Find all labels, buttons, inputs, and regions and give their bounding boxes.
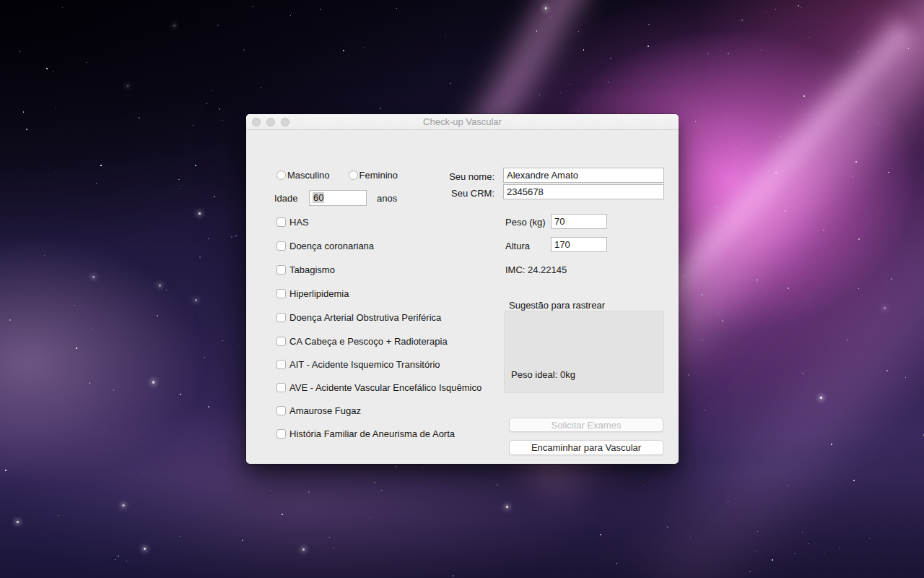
age-suffix-label: anos — [377, 191, 397, 205]
gender-radio-group: Masculino Feminino — [276, 168, 398, 182]
checkbox-doenca-coronariana[interactable] — [276, 241, 286, 251]
checkbox-label: Hiperlipidemia — [289, 288, 349, 299]
checkbox-row[interactable]: Doença coronariana — [276, 238, 374, 253]
checkbox-hiperlipidemia[interactable] — [276, 289, 286, 298]
checkbox-historia-familiar[interactable] — [276, 429, 286, 439]
checkbox-tabagismo[interactable] — [276, 265, 286, 275]
checkbox-ave[interactable] — [276, 383, 286, 392]
checkbox-row[interactable]: Tabagismo — [276, 262, 335, 277]
window-content: Masculino Feminino Idade 60 anos HAS Doe… — [246, 130, 679, 464]
bmi-value-text: IMC: 24.22145 — [505, 262, 567, 277]
checkbox-label: CA Cabeça e Pescoço + Radioterapia — [289, 336, 448, 347]
checkbox-has[interactable] — [276, 217, 286, 227]
age-value-selected-text: 60 — [313, 192, 324, 203]
checkbox-label: Amaurose Fugaz — [289, 405, 361, 416]
checkbox-label: Doença coronariana — [289, 241, 374, 251]
checkbox-row[interactable]: Amaurose Fugaz — [276, 403, 361, 418]
checkbox-row[interactable]: HAS — [276, 215, 309, 229]
height-input[interactable] — [551, 237, 607, 252]
checkbox-label: Doença Arterial Obstrutiva Periférica — [289, 312, 441, 323]
doctor-name-input[interactable] — [503, 168, 664, 183]
checkbox-row[interactable]: Doença Arterial Obstrutiva Periférica — [276, 310, 441, 324]
checkbox-label: HAS — [289, 217, 309, 228]
encaminhar-vascular-button[interactable]: Encaminhar para Vascular — [509, 440, 663, 455]
age-label: Idade — [274, 191, 298, 205]
doctor-crm-label: Seu CRM: — [412, 188, 494, 199]
radio-feminino[interactable] — [349, 171, 358, 180]
checkup-vascular-window: Check-up Vascular Masculino Feminino Ida… — [246, 114, 679, 464]
weight-label: Peso (kg) — [505, 215, 546, 229]
checkbox-row[interactable]: Hiperlipidemia — [276, 286, 349, 301]
checkbox-label: História Familiar de Aneurisma de Aorta — [289, 428, 455, 439]
window-title: Check-up Vascular — [246, 114, 679, 130]
radio-masculino-label: Masculino — [287, 170, 330, 181]
suggestion-panel: Peso ideal: 0kg — [504, 311, 664, 393]
checkbox-daop[interactable] — [276, 313, 286, 322]
checkbox-row[interactable]: CA Cabeça e Pescoço + Radioterapia — [276, 334, 448, 348]
doctor-name-label: Seu nome: — [412, 171, 494, 182]
solicitar-exames-button[interactable]: Solicitar Exames — [509, 418, 663, 432]
radio-feminino-label: Feminino — [359, 170, 398, 181]
age-input[interactable]: 60 — [309, 190, 367, 206]
doctor-crm-input[interactable] — [503, 184, 664, 199]
checkbox-amaurose-fugaz[interactable] — [276, 406, 286, 415]
checkbox-label: Tabagismo — [289, 264, 335, 275]
checkbox-row[interactable]: História Familiar de Aneurisma de Aorta — [276, 426, 455, 441]
window-titlebar[interactable]: Check-up Vascular — [246, 114, 679, 130]
checkbox-label: AIT - Acidente Isquemico Transitório — [289, 359, 440, 370]
checkbox-ait[interactable] — [276, 360, 286, 369]
checkbox-ca-cabeca-pescoco[interactable] — [276, 337, 286, 346]
ideal-weight-text: Peso ideal: 0kg — [511, 367, 575, 381]
checkbox-label: AVE - Acidente Vascular Encefálico Isquê… — [289, 382, 481, 393]
suggestion-panel-label: Sugestão para rastrear — [509, 298, 605, 312]
height-label: Altura — [505, 238, 530, 253]
checkbox-row[interactable]: AVE - Acidente Vascular Encefálico Isquê… — [276, 380, 481, 394]
checkbox-row[interactable]: AIT - Acidente Isquemico Transitório — [276, 357, 440, 371]
weight-input[interactable] — [551, 214, 607, 229]
radio-masculino[interactable] — [276, 171, 286, 180]
